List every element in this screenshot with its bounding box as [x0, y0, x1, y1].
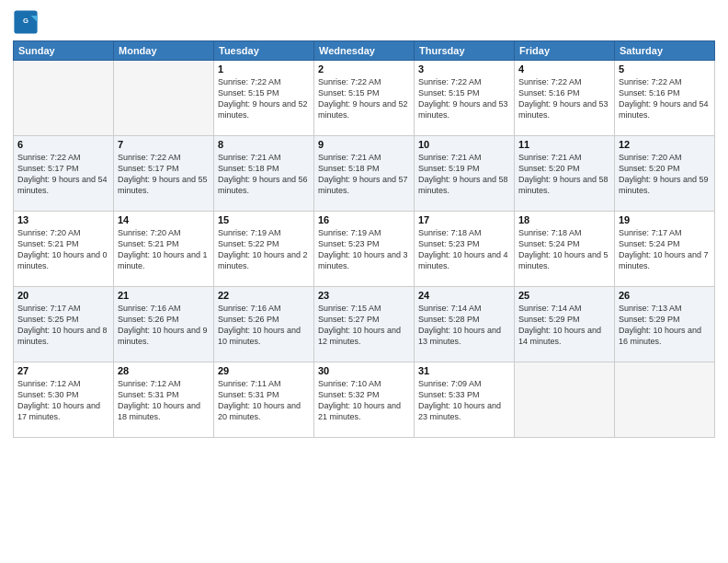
day-number: 22	[218, 290, 310, 301]
day-info: Sunrise: 7:20 AM Sunset: 5:20 PM Dayligh…	[619, 152, 711, 197]
calendar-cell: 6Sunrise: 7:22 AM Sunset: 5:17 PM Daylig…	[14, 136, 114, 212]
day-info: Sunrise: 7:20 AM Sunset: 5:21 PM Dayligh…	[118, 227, 210, 272]
calendar-week-row: 13Sunrise: 7:20 AM Sunset: 5:21 PM Dayli…	[14, 212, 715, 287]
day-number: 3	[418, 63, 510, 75]
day-info: Sunrise: 7:22 AM Sunset: 5:15 PM Dayligh…	[218, 76, 310, 121]
calendar-header-row: SundayMondayTuesdayWednesdayThursdayFrid…	[14, 41, 715, 61]
calendar-cell: 14Sunrise: 7:20 AM Sunset: 5:21 PM Dayli…	[114, 212, 214, 287]
day-info: Sunrise: 7:14 AM Sunset: 5:29 PM Dayligh…	[518, 303, 610, 348]
calendar-cell	[14, 61, 114, 136]
day-info: Sunrise: 7:12 AM Sunset: 5:31 PM Dayligh…	[118, 378, 210, 423]
calendar-cell: 28Sunrise: 7:12 AM Sunset: 5:31 PM Dayli…	[114, 362, 214, 438]
col-header-saturday: Saturday	[615, 41, 715, 61]
day-number: 29	[218, 365, 310, 376]
day-number: 8	[218, 139, 310, 150]
calendar-cell	[114, 61, 214, 136]
day-number: 4	[518, 63, 610, 75]
calendar-cell: 19Sunrise: 7:17 AM Sunset: 5:24 PM Dayli…	[615, 212, 715, 287]
day-number: 26	[619, 290, 711, 301]
calendar-cell: 26Sunrise: 7:13 AM Sunset: 5:29 PM Dayli…	[615, 287, 715, 362]
day-number: 13	[17, 214, 109, 225]
calendar-cell: 30Sunrise: 7:10 AM Sunset: 5:32 PM Dayli…	[314, 362, 415, 438]
calendar-cell: 24Sunrise: 7:14 AM Sunset: 5:28 PM Dayli…	[415, 287, 515, 362]
calendar-cell: 1Sunrise: 7:22 AM Sunset: 5:15 PM Daylig…	[214, 61, 314, 136]
day-info: Sunrise: 7:21 AM Sunset: 5:20 PM Dayligh…	[518, 152, 610, 197]
day-info: Sunrise: 7:22 AM Sunset: 5:16 PM Dayligh…	[518, 76, 610, 121]
day-number: 5	[619, 63, 711, 75]
calendar-week-row: 1Sunrise: 7:22 AM Sunset: 5:15 PM Daylig…	[14, 61, 715, 136]
day-number: 31	[418, 365, 510, 376]
calendar-cell: 31Sunrise: 7:09 AM Sunset: 5:33 PM Dayli…	[415, 362, 515, 438]
day-info: Sunrise: 7:22 AM Sunset: 5:17 PM Dayligh…	[118, 152, 210, 197]
day-info: Sunrise: 7:16 AM Sunset: 5:26 PM Dayligh…	[218, 303, 310, 348]
day-info: Sunrise: 7:18 AM Sunset: 5:23 PM Dayligh…	[418, 227, 510, 272]
calendar-cell: 16Sunrise: 7:19 AM Sunset: 5:23 PM Dayli…	[314, 212, 415, 287]
logo-icon: G	[13, 9, 39, 35]
calendar-cell: 5Sunrise: 7:22 AM Sunset: 5:16 PM Daylig…	[615, 61, 715, 136]
calendar-cell	[615, 362, 715, 438]
day-number: 6	[17, 139, 109, 150]
day-info: Sunrise: 7:11 AM Sunset: 5:31 PM Dayligh…	[218, 378, 310, 423]
calendar-week-row: 6Sunrise: 7:22 AM Sunset: 5:17 PM Daylig…	[14, 136, 715, 212]
calendar-cell	[515, 362, 615, 438]
col-header-thursday: Thursday	[415, 41, 515, 61]
calendar-cell: 23Sunrise: 7:15 AM Sunset: 5:27 PM Dayli…	[314, 287, 415, 362]
calendar-cell: 10Sunrise: 7:21 AM Sunset: 5:19 PM Dayli…	[415, 136, 515, 212]
day-number: 28	[118, 365, 210, 376]
day-info: Sunrise: 7:15 AM Sunset: 5:27 PM Dayligh…	[318, 303, 410, 348]
day-number: 21	[118, 290, 210, 301]
day-number: 10	[418, 139, 510, 150]
calendar-cell: 21Sunrise: 7:16 AM Sunset: 5:26 PM Dayli…	[114, 287, 214, 362]
day-number: 14	[118, 214, 210, 225]
svg-text:G: G	[23, 17, 28, 25]
day-number: 27	[17, 365, 109, 376]
day-info: Sunrise: 7:21 AM Sunset: 5:18 PM Dayligh…	[218, 152, 310, 197]
day-number: 23	[318, 290, 410, 301]
calendar-cell: 15Sunrise: 7:19 AM Sunset: 5:22 PM Dayli…	[214, 212, 314, 287]
col-header-wednesday: Wednesday	[314, 41, 415, 61]
day-number: 30	[318, 365, 410, 376]
day-info: Sunrise: 7:22 AM Sunset: 5:15 PM Dayligh…	[418, 76, 510, 121]
day-info: Sunrise: 7:20 AM Sunset: 5:21 PM Dayligh…	[17, 227, 109, 272]
day-number: 17	[418, 214, 510, 225]
calendar-cell: 4Sunrise: 7:22 AM Sunset: 5:16 PM Daylig…	[515, 61, 615, 136]
day-info: Sunrise: 7:16 AM Sunset: 5:26 PM Dayligh…	[118, 303, 210, 348]
day-number: 9	[318, 139, 410, 150]
calendar-cell: 22Sunrise: 7:16 AM Sunset: 5:26 PM Dayli…	[214, 287, 314, 362]
logo: G	[13, 9, 42, 35]
calendar-cell: 12Sunrise: 7:20 AM Sunset: 5:20 PM Dayli…	[615, 136, 715, 212]
day-info: Sunrise: 7:13 AM Sunset: 5:29 PM Dayligh…	[619, 303, 711, 348]
calendar-cell: 11Sunrise: 7:21 AM Sunset: 5:20 PM Dayli…	[515, 136, 615, 212]
day-info: Sunrise: 7:17 AM Sunset: 5:24 PM Dayligh…	[619, 227, 711, 272]
calendar-cell: 2Sunrise: 7:22 AM Sunset: 5:15 PM Daylig…	[314, 61, 415, 136]
day-info: Sunrise: 7:12 AM Sunset: 5:30 PM Dayligh…	[17, 378, 109, 423]
col-header-sunday: Sunday	[14, 41, 114, 61]
day-info: Sunrise: 7:22 AM Sunset: 5:16 PM Dayligh…	[619, 76, 711, 121]
day-info: Sunrise: 7:10 AM Sunset: 5:32 PM Dayligh…	[318, 378, 410, 423]
calendar-cell: 20Sunrise: 7:17 AM Sunset: 5:25 PM Dayli…	[14, 287, 114, 362]
calendar-cell: 27Sunrise: 7:12 AM Sunset: 5:30 PM Dayli…	[14, 362, 114, 438]
calendar-cell: 29Sunrise: 7:11 AM Sunset: 5:31 PM Dayli…	[214, 362, 314, 438]
day-info: Sunrise: 7:09 AM Sunset: 5:33 PM Dayligh…	[418, 378, 510, 423]
calendar-week-row: 27Sunrise: 7:12 AM Sunset: 5:30 PM Dayli…	[14, 362, 715, 438]
calendar-cell: 9Sunrise: 7:21 AM Sunset: 5:18 PM Daylig…	[314, 136, 415, 212]
day-number: 19	[619, 214, 711, 225]
calendar-week-row: 20Sunrise: 7:17 AM Sunset: 5:25 PM Dayli…	[14, 287, 715, 362]
day-info: Sunrise: 7:18 AM Sunset: 5:24 PM Dayligh…	[518, 227, 610, 272]
day-info: Sunrise: 7:21 AM Sunset: 5:19 PM Dayligh…	[418, 152, 510, 197]
day-info: Sunrise: 7:22 AM Sunset: 5:15 PM Dayligh…	[318, 76, 410, 121]
day-info: Sunrise: 7:19 AM Sunset: 5:23 PM Dayligh…	[318, 227, 410, 272]
day-number: 11	[518, 139, 610, 150]
day-number: 20	[17, 290, 109, 301]
col-header-friday: Friday	[515, 41, 615, 61]
day-number: 15	[218, 214, 310, 225]
day-number: 25	[518, 290, 610, 301]
page: G SundayMondayTuesdayWednesdayThursdayFr…	[0, 0, 728, 563]
calendar-table: SundayMondayTuesdayWednesdayThursdayFrid…	[13, 40, 715, 438]
day-number: 24	[418, 290, 510, 301]
day-info: Sunrise: 7:19 AM Sunset: 5:22 PM Dayligh…	[218, 227, 310, 272]
calendar-cell: 18Sunrise: 7:18 AM Sunset: 5:24 PM Dayli…	[515, 212, 615, 287]
day-info: Sunrise: 7:14 AM Sunset: 5:28 PM Dayligh…	[418, 303, 510, 348]
calendar-cell: 7Sunrise: 7:22 AM Sunset: 5:17 PM Daylig…	[114, 136, 214, 212]
header: G	[13, 9, 715, 35]
